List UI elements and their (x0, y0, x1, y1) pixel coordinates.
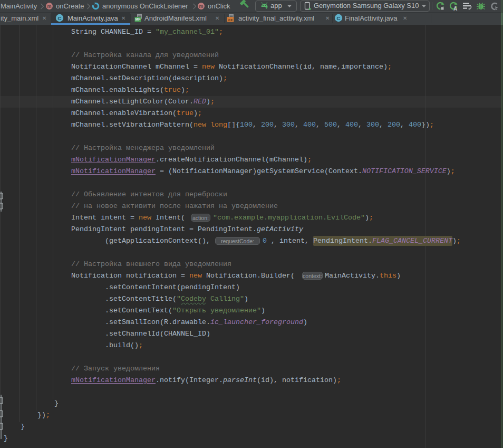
svg-text:C: C (58, 15, 62, 21)
svg-text:m: m (47, 4, 51, 9)
svg-text:m: m (199, 4, 203, 9)
svg-text:A: A (453, 6, 457, 11)
svg-text:MF: MF (135, 17, 141, 21)
svg-text:C: C (337, 15, 341, 21)
svg-text:cx: cx (228, 17, 233, 22)
